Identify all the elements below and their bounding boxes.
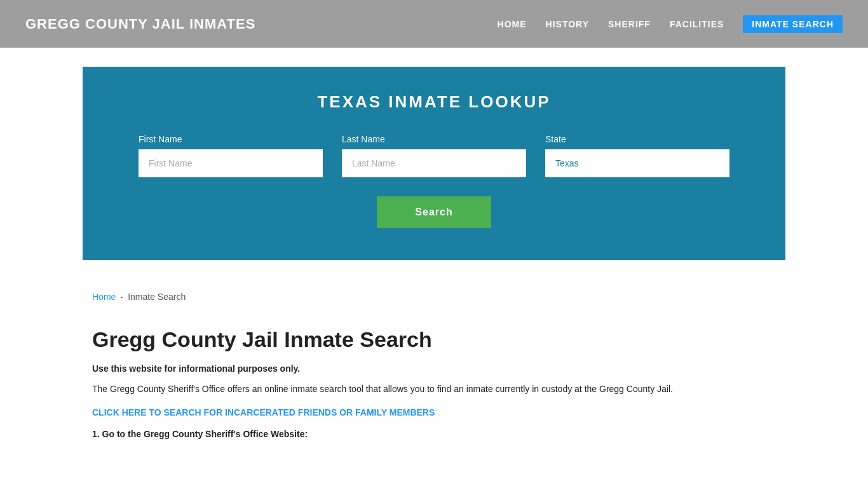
site-header: GREGG COUNTY JAIL INMATES HOME HISTORY S… [0, 0, 868, 48]
search-fields: First Name Last Name State [116, 134, 752, 177]
breadcrumb-current-page: Inmate Search [128, 292, 186, 302]
banner-title: TEXAS INMATE LOOKUP [317, 92, 550, 112]
first-name-input[interactable] [139, 149, 323, 177]
last-name-group: Last Name [342, 134, 526, 177]
main-content: Gregg County Jail Inmate Search Use this… [0, 315, 868, 464]
search-link[interactable]: CLICK HERE to Search for Incarcerated Fr… [92, 407, 776, 417]
breadcrumb-home-link[interactable]: Home [92, 292, 116, 302]
info-bold-text: Use this website for informational purpo… [92, 363, 776, 374]
page-title: Gregg County Jail Inmate Search [92, 327, 776, 352]
first-name-group: First Name [139, 134, 323, 177]
breadcrumb-separator: • [121, 294, 123, 300]
nav-home[interactable]: HOME [498, 19, 527, 29]
nav-sheriff[interactable]: SHERIFF [608, 19, 651, 29]
step-one-text: 1. Go to the Gregg County Sheriff's Offi… [92, 429, 776, 439]
state-label: State [545, 134, 729, 144]
last-name-input[interactable] [342, 149, 526, 177]
nav-inmate-search[interactable]: INMATE SEARCH [743, 15, 843, 33]
site-logo: GREGG COUNTY JAIL INMATES [25, 16, 255, 32]
search-banner: TEXAS INMATE LOOKUP First Name Last Name… [83, 67, 785, 260]
breadcrumb: Home • Inmate Search [0, 279, 868, 315]
last-name-label: Last Name [342, 134, 526, 144]
state-input[interactable] [545, 149, 729, 177]
state-group: State [545, 134, 729, 177]
search-button[interactable]: Search [377, 196, 491, 228]
info-paragraph: The Gregg County Sheriff's Office offers… [92, 383, 776, 396]
first-name-label: First Name [139, 134, 323, 144]
nav-facilities[interactable]: FACILITIES [670, 19, 724, 29]
nav-history[interactable]: HISTORY [546, 19, 589, 29]
main-nav: HOME HISTORY SHERIFF FACILITIES INMATE S… [498, 15, 843, 33]
